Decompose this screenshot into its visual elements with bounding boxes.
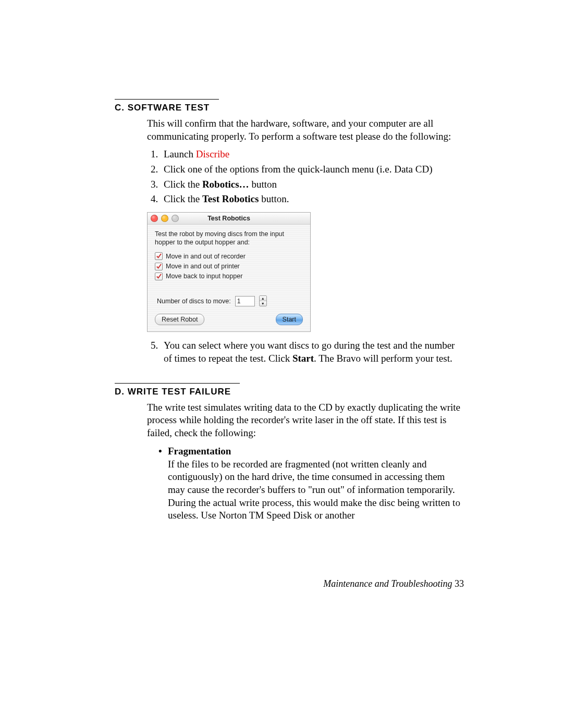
section-d: D. WRITE TEST FAILURE The write test sim…	[115, 383, 464, 522]
page-number: 33	[455, 578, 464, 589]
stepper-down-icon[interactable]: ▼	[260, 301, 266, 306]
page-footer: Maintenance and Troubleshooting 33	[323, 578, 464, 589]
checkbox-printer[interactable]: Move in and out of printer	[155, 262, 303, 270]
checkbox-label: Move back to input hopper	[166, 272, 242, 280]
discribe-link: Discribe	[196, 149, 229, 159]
bullet-fragmentation: Fragmentation If the files to be recorde…	[168, 445, 464, 522]
zoom-icon	[172, 215, 179, 222]
start-button[interactable]: Start	[276, 314, 303, 325]
section-d-intro: The write test simulates writing data to…	[147, 401, 464, 440]
checkbox-label: Move in and out of printer	[166, 262, 240, 270]
section-c: C. SOFTWARE TEST This will confirm that …	[115, 99, 464, 365]
step-5: You can select where you want discs to g…	[161, 339, 464, 365]
minimize-icon[interactable]	[161, 215, 168, 222]
stepper-up-icon[interactable]: ▲	[260, 296, 266, 301]
section-d-bullets: Fragmentation If the files to be recorde…	[147, 445, 464, 522]
discs-stepper[interactable]: ▲ ▼	[259, 295, 267, 306]
checkmark-icon	[155, 252, 163, 260]
step-3: Click the Robotics… button	[161, 178, 464, 191]
section-c-steps: Launch Discribe Click one of the options…	[147, 148, 464, 206]
bullet-body: If the files to be recorded are fragment…	[168, 459, 460, 521]
step-2: Click one of the options from the quick-…	[161, 163, 464, 176]
section-c-steps-cont: You can select where you want discs to g…	[147, 339, 464, 365]
checkbox-recorder[interactable]: Move in and out of recorder	[155, 252, 303, 261]
test-robotics-dialog: Test Robotics Test the robot by moving d…	[147, 212, 311, 332]
section-c-heading: C. SOFTWARE TEST	[115, 99, 219, 113]
section-c-intro: This will confirm that the hardware, sof…	[147, 117, 464, 143]
dialog-instruction: Test the robot by moving discs from the …	[155, 230, 303, 247]
step-4: Click the Test Robotics button.	[161, 193, 464, 206]
dialog-titlebar: Test Robotics	[148, 213, 310, 225]
step-1: Launch Discribe	[161, 148, 464, 161]
bullet-title: Fragmentation	[168, 446, 231, 456]
reset-robot-button[interactable]: Reset Robot	[155, 314, 204, 325]
discs-input[interactable]: 1	[235, 296, 255, 306]
discs-label: Number of discs to move:	[157, 297, 231, 305]
section-d-heading: D. WRITE TEST FAILURE	[115, 383, 240, 397]
checkbox-label: Move in and out of recorder	[166, 252, 246, 261]
checkmark-icon	[155, 273, 163, 280]
close-icon[interactable]	[151, 215, 158, 222]
checkmark-icon	[155, 263, 163, 270]
checkbox-input-hopper[interactable]: Move back to input hopper	[155, 272, 303, 280]
